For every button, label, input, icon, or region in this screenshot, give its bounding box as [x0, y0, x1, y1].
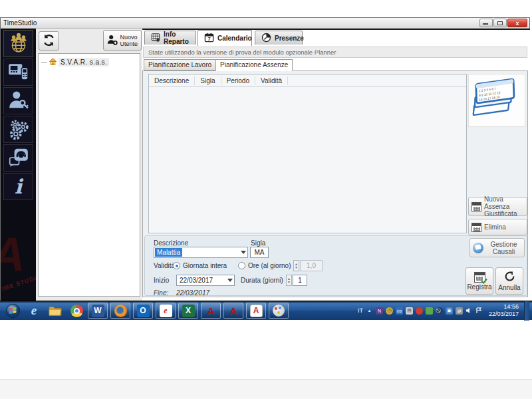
chevron-down-icon [241, 251, 246, 254]
clock-icon [261, 33, 271, 44]
maximize-button[interactable] [493, 19, 507, 27]
delete-button[interactable]: Elimina [468, 219, 527, 235]
sigla-label: Sigla [251, 239, 265, 247]
close-button[interactable]: x [507, 19, 527, 27]
emclient-icon[interactable]: e [156, 303, 176, 319]
new-user-label: Nuovo Utente [120, 34, 139, 47]
building-icon [151, 33, 160, 43]
sigla-field[interactable]: MA [250, 247, 269, 258]
tray-blocked-icon[interactable]: ⃠ [436, 307, 443, 315]
descrizione-combobox[interactable]: Malattia [154, 247, 248, 258]
paint-icon[interactable] [269, 303, 289, 319]
cancel-button[interactable]: Annulla [495, 267, 523, 295]
svg-text:7: 7 [207, 36, 210, 42]
show-desktop-button[interactable] [524, 301, 529, 321]
access-app-icon[interactable]: A [223, 303, 243, 319]
window-titlebar[interactable]: TimeStudio x [1, 18, 529, 29]
refresh-button[interactable] [39, 31, 59, 51]
refresh-icon [43, 34, 55, 48]
col-sigla[interactable]: Sigla [195, 76, 221, 85]
hours-value: 1,0 [300, 260, 323, 271]
validita-label: Validità [154, 262, 175, 269]
window-title: TimeStudio [3, 19, 37, 27]
sidebar-item-anagrafiche[interactable] [3, 30, 33, 57]
tray-nvidia-icon[interactable]: N [376, 307, 383, 315]
tab-calendario[interactable]: 7 Calendario [198, 30, 252, 46]
trial-message: State utilizzando la versione di prova d… [143, 47, 527, 58]
inizio-label: Inizio [154, 277, 169, 284]
new-user-button[interactable]: Nuovo Utente [103, 30, 142, 51]
manage-causes-button[interactable]: Gestione Causali [469, 238, 525, 257]
support-chat-icon [7, 146, 30, 170]
user-plus-icon [106, 34, 118, 47]
tab-label: Calendario [217, 35, 252, 42]
stepper-arrows-icon[interactable]: ▲▼ [293, 260, 299, 271]
tray-green-app-icon[interactable] [426, 307, 433, 315]
col-descrizione[interactable]: Descrizione [149, 76, 195, 85]
clock-time: 14:56 [489, 303, 519, 311]
boxed-a-app-icon[interactable]: A [246, 303, 266, 319]
subtab-pianificazione-assenze[interactable]: Pianificazione Assenze [215, 59, 293, 71]
sidebar-item-supporto[interactable] [3, 144, 33, 172]
tray-network-app-icon[interactable]: ▣ [446, 307, 453, 315]
calendar-add-icon [471, 202, 481, 211]
tree-item-label: S.V.A.R. s.a.s. [59, 58, 109, 66]
stepper-arrows-icon[interactable]: ▲▼ [286, 275, 292, 286]
sidebar-item-impostazioni[interactable] [3, 116, 33, 143]
inizio-value: 22/03/2017 [180, 277, 213, 284]
tree-item-root[interactable]: S.V.A.R. s.a.s. [41, 57, 140, 67]
subtab-pianificazione-lavoro[interactable]: Pianificazione Lavoro [144, 59, 216, 70]
company-tree[interactable]: S.V.A.R. s.a.s. [38, 53, 140, 297]
tray-display-icon[interactable]: 🖳 [456, 307, 463, 315]
new-absence-button[interactable]: Nuova Assenza Giustificata [468, 197, 527, 216]
action-center-flag-icon[interactable] [475, 307, 483, 315]
internet-explorer-icon[interactable]: e [25, 303, 43, 319]
page-footer-strip [0, 379, 532, 399]
col-periodo[interactable]: Periodo [221, 76, 255, 85]
app-window: TimeStudio x [0, 17, 530, 301]
register-button[interactable]: Registra [466, 267, 493, 295]
radio-giornata-label: Giornata intera [183, 262, 227, 269]
sidebar-item-terminali[interactable] [3, 59, 33, 86]
word-icon[interactable]: W [88, 303, 108, 319]
tray-os-icon[interactable]: os [396, 307, 403, 315]
calendar-icon: 7 [204, 33, 214, 44]
system-tray: IT ▴ N ◷ os ▤ ⃠ ▣ 🖳 14:56 22/03/2017 [358, 301, 532, 321]
sidebar-item-utenti[interactable] [3, 87, 33, 114]
language-indicator[interactable]: IT [358, 307, 363, 314]
tray-clock-icon[interactable]: ◷ [386, 307, 393, 315]
col-validita[interactable]: Validità [255, 76, 288, 85]
excel-icon[interactable]: X [178, 303, 198, 319]
tray-notification-icon[interactable]: ▴ [366, 307, 373, 315]
start-button[interactable] [4, 303, 21, 319]
file-explorer-icon[interactable] [47, 303, 64, 319]
tray-antivirus-icon[interactable] [416, 307, 423, 315]
absences-list[interactable]: Descrizione Sigla Periodo Validità [148, 74, 467, 233]
sidebar-item-info[interactable]: i [3, 173, 33, 200]
firefox-icon[interactable] [110, 303, 130, 319]
descrizione-label: Descrizione [154, 239, 188, 247]
list-header: Descrizione Sigla Periodo Validità [149, 74, 466, 87]
chrome-icon[interactable] [68, 303, 85, 319]
radio-ore-label: Ore (al giorno) [248, 262, 291, 269]
minimize-button[interactable] [479, 19, 493, 27]
tab-presenze[interactable]: Presenze [255, 31, 303, 45]
terminals-icon [7, 61, 30, 84]
hours-stepper[interactable]: ▲▼ 1,0 [293, 260, 323, 271]
radio-giornata-intera[interactable] [173, 262, 180, 269]
volume-icon[interactable] [466, 307, 473, 315]
durata-value: 1 [293, 275, 307, 286]
calendar-illustration: 1 2 3 4 5 6 7 8 9 10 11 12 13 15 16 17 1… [468, 74, 525, 127]
tray-printer-icon[interactable]: ▤ [406, 307, 413, 315]
timestudio-logo: A TIME STUDIO [1, 228, 36, 301]
taskbar-clock[interactable]: 14:56 22/03/2017 [489, 303, 519, 318]
radio-ore-giorno[interactable] [238, 262, 245, 269]
durata-stepper[interactable]: ▲▼ 1 [286, 275, 307, 286]
tab-label: Info Reparto [164, 31, 190, 45]
inizio-datepicker[interactable]: 22/03/2017 [176, 275, 235, 286]
tab-info-reparto[interactable]: Info Reparto [144, 31, 196, 45]
main-area: Info Reparto 7 Calendario [142, 29, 530, 301]
access-app-icon[interactable]: A [201, 303, 221, 319]
user-key-icon [7, 89, 30, 113]
outlook-icon[interactable]: O [133, 303, 153, 319]
